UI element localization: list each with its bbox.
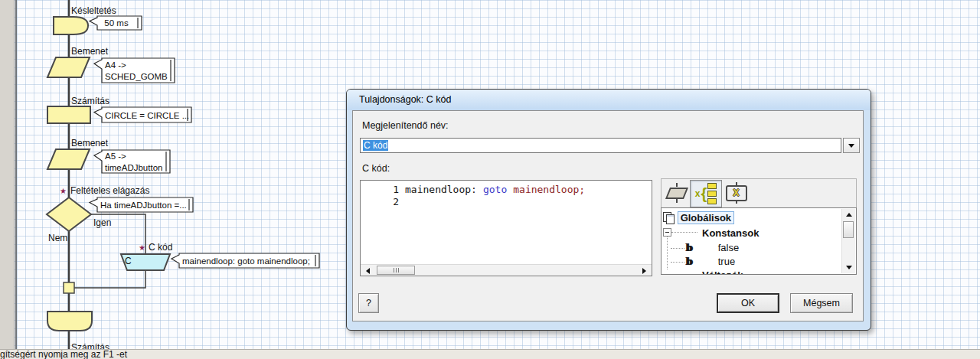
- bool-constant-icon: b: [685, 256, 692, 267]
- macro-x-icon-button[interactable]: X: [723, 181, 750, 204]
- decision-callout[interactable]: Ha timeADJbutton =...: [90, 197, 193, 212]
- variables-icon: x{: [695, 183, 717, 204]
- cancel-button-label: Mégsem: [803, 298, 840, 308]
- delay-callout-text: 50 ms: [104, 18, 129, 28]
- display-name-input[interactable]: C kód: [360, 138, 841, 153]
- cancel-button[interactable]: Mégsem: [790, 293, 853, 313]
- scroll-right-button[interactable]: [639, 266, 649, 275]
- input1-shape[interactable]: [47, 57, 90, 77]
- tree-item-label: true: [718, 256, 735, 267]
- code-keyword-token: goto: [483, 184, 507, 195]
- tree-root-row[interactable]: Globálisok: [663, 211, 734, 225]
- page-edge-line: [15, 0, 17, 349]
- input1-callout-line1: A4 ->: [105, 60, 126, 70]
- dialog-title-bar[interactable]: Tulajdonságok: C kód: [347, 90, 871, 110]
- globals-tree[interactable]: Globálisok Konstansok b false b true: [661, 207, 857, 275]
- delay-callout[interactable]: 50 ms: [90, 16, 142, 30]
- connector-stub-icon: [676, 199, 678, 203]
- display-name-label: Megjelenítendő név:: [362, 120, 449, 131]
- code-line-1: mainendloop:gotomainendloop;: [405, 184, 585, 196]
- grip-icon: [398, 268, 399, 273]
- calc1-callout-text: CIRCLE = CIRCLE ...: [105, 111, 189, 120]
- tree-connector: [671, 262, 684, 263]
- collapse-expander-icon[interactable]: [663, 228, 671, 237]
- calc1-label: Számítás: [71, 96, 109, 106]
- code-field-label: C kód:: [362, 163, 390, 174]
- delay-shape[interactable]: [54, 17, 88, 34]
- tree-connector: [667, 231, 668, 269]
- input1-callout[interactable]: A4 -> SCHED_GOMB: [94, 58, 175, 83]
- arrow-down-icon: [846, 266, 852, 269]
- junction-node[interactable]: [64, 282, 74, 293]
- grip-icon: [394, 268, 394, 273]
- bool-constant-icon: b: [685, 242, 692, 253]
- variables-brace-glyph: {: [701, 187, 707, 201]
- tree-connector: [671, 232, 697, 233]
- dialog-title: Tulajdonságok: C kód: [359, 94, 451, 105]
- tree-item-row[interactable]: b false: [685, 241, 739, 255]
- horizontal-scroll-thumb[interactable]: [377, 266, 415, 275]
- arrow-right-icon: [642, 268, 646, 274]
- tree-connector: [671, 248, 684, 249]
- tree-root-label: Globálisok: [678, 211, 734, 224]
- symbols-panel: x{ X: [661, 178, 857, 276]
- tree-clipped-label: Változók: [702, 269, 743, 275]
- vertical-scroll-thumb[interactable]: [843, 221, 854, 238]
- variables-x-glyph: x: [695, 188, 701, 199]
- ccode-block-letter: C: [125, 256, 132, 266]
- code-label-token: mainendloop:: [405, 184, 477, 195]
- io-parallelogram-icon: [665, 188, 688, 199]
- ccode-star-icon: ★: [139, 243, 145, 252]
- app-window: Késleltetés 50 ms Bemenet A4 -> SCHED_GO…: [0, 0, 980, 359]
- ok-button[interactable]: OK: [717, 293, 779, 313]
- input2-callout[interactable]: A5 -> timeADJbutton: [94, 150, 170, 173]
- dialog-body: Megjelenítendő név: C kód C kód: 1 maine…: [352, 110, 864, 321]
- display-name-dropdown-button[interactable]: [843, 138, 860, 153]
- chevron-down-icon: [848, 144, 854, 148]
- connector-stub-icon: [736, 200, 737, 204]
- calc1-callout[interactable]: CIRCLE = CIRCLE ...: [94, 107, 191, 122]
- arrow-left-icon: [366, 268, 370, 274]
- flowchart: Késleltetés 50 ms Bemenet A4 -> SCHED_GO…: [0, 0, 329, 349]
- branch-return-line: [74, 270, 145, 288]
- decision-label: Feltételes elágazás: [70, 185, 149, 196]
- code-horizontal-scrollbar[interactable]: [361, 264, 652, 276]
- scroll-up-button[interactable]: [844, 210, 854, 220]
- c-code-editor[interactable]: 1 mainendloop:gotomainendloop; 2: [360, 180, 652, 276]
- tree-vertical-scrollbar[interactable]: [841, 209, 855, 273]
- calc2-label-clipped: Számítás: [71, 342, 109, 349]
- ok-button-label: OK: [741, 298, 755, 308]
- ccode-label: C kód: [149, 242, 172, 253]
- macro-x-icon: X: [726, 185, 747, 201]
- connector-stub-icon: [736, 182, 737, 186]
- left-panel-edge: [0, 0, 15, 349]
- decision-no-label: Nem: [48, 233, 67, 243]
- arrow-up-icon: [846, 213, 852, 217]
- help-button[interactable]: ?: [358, 293, 379, 313]
- tree-group-row-clipped[interactable]: Változók: [702, 269, 743, 275]
- calc1-shape[interactable]: [47, 106, 90, 123]
- io-parallelogram-icon-button[interactable]: [665, 181, 689, 204]
- line-number-1: 1: [361, 184, 399, 196]
- code-tail-token: mainendloop;: [513, 184, 585, 195]
- loop-end-shape[interactable]: [47, 312, 92, 331]
- status-bar: gítségért nyomja meg az F1 -et: [0, 349, 980, 359]
- input2-shape[interactable]: [47, 149, 90, 169]
- symbols-toolbar: x{ X: [661, 178, 857, 207]
- properties-dialog: Tulajdonságok: C kód Megjelenítendő név:…: [346, 89, 871, 331]
- grip-icon: [396, 268, 397, 273]
- tree-item-row[interactable]: b true: [685, 255, 735, 269]
- ccode-callout[interactable]: mainendloop: goto mainendloop;: [172, 253, 319, 268]
- display-name-value: C kód: [363, 140, 388, 151]
- decision-star-icon: ★: [60, 187, 67, 195]
- scroll-left-button[interactable]: [363, 266, 373, 275]
- decision-shape[interactable]: [47, 197, 91, 231]
- scroll-down-button[interactable]: [844, 263, 854, 273]
- connector-stub-icon: [676, 183, 678, 187]
- input2-callout-line1: A5 ->: [105, 152, 126, 161]
- tree-group-row[interactable]: Konstansok: [702, 227, 759, 240]
- input1-label: Bemenet: [71, 46, 109, 57]
- variables-icon-button[interactable]: x{: [690, 180, 722, 207]
- tree-item-label: false: [718, 242, 739, 253]
- ccode-callout-text: mainendloop: goto mainendloop;: [182, 256, 310, 266]
